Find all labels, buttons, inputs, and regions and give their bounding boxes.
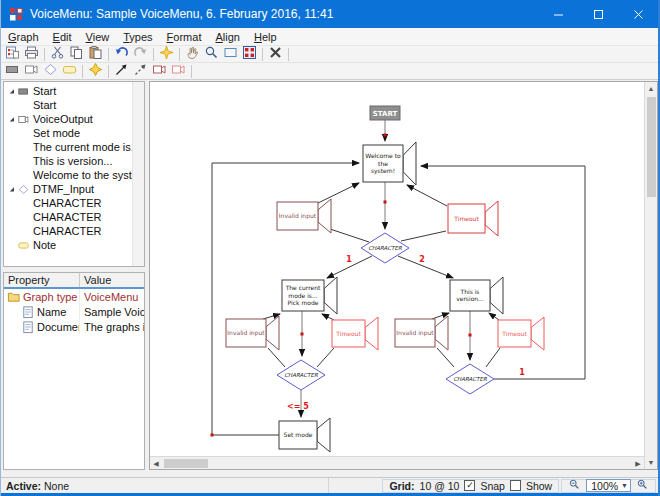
diagram-edge[interactable] bbox=[401, 231, 446, 241]
diagram-edge[interactable] bbox=[437, 348, 454, 367]
tree-item-character[interactable]: CHARACTER bbox=[4, 210, 144, 224]
cut-button[interactable] bbox=[48, 46, 67, 62]
diagram-edge[interactable] bbox=[317, 348, 334, 367]
voiceoutput-red-light-button[interactable] bbox=[169, 63, 188, 79]
star-node-button[interactable] bbox=[86, 63, 105, 79]
scroll-left-arrow[interactable]: ◀ bbox=[150, 457, 162, 470]
menu-format[interactable]: Format bbox=[160, 30, 209, 44]
property-row[interactable]: DocumentatioThe graphs i bbox=[4, 319, 144, 334]
chevron-down-icon: ▼ bbox=[621, 482, 628, 489]
menu-edit[interactable]: Edit bbox=[46, 30, 79, 44]
tree-scrollbar[interactable] bbox=[132, 82, 144, 266]
new-graph-button[interactable] bbox=[3, 46, 22, 62]
property-row[interactable]: Graph typeVoiceMenu bbox=[4, 289, 144, 304]
zoom-magnifier-button[interactable] bbox=[202, 46, 221, 62]
print-button[interactable] bbox=[22, 46, 41, 62]
node-timeout-top[interactable]: Timeout bbox=[448, 201, 498, 236]
tree-item-the-current-mode-is-p[interactable]: The current mode is...P bbox=[4, 140, 144, 154]
tree-item-welcome-to-the-system[interactable]: Welcome to the system! bbox=[4, 168, 144, 182]
edge-label: 2 bbox=[419, 255, 425, 264]
node-character-3[interactable]: CHARACTER bbox=[446, 364, 494, 394]
menu-graph[interactable]: Graph bbox=[1, 30, 46, 44]
edge-bend-point[interactable] bbox=[211, 434, 214, 437]
redo-button[interactable] bbox=[131, 46, 150, 62]
property-row[interactable]: NameSample Voic bbox=[4, 304, 144, 319]
tree-item-start[interactable]: Start bbox=[4, 84, 144, 98]
start-node-button[interactable] bbox=[3, 63, 22, 79]
menu-types[interactable]: Types bbox=[116, 30, 159, 44]
edge-bend-point[interactable] bbox=[384, 134, 387, 137]
node-invalid-right[interactable]: Invalid input bbox=[395, 316, 448, 350]
tree-item-start[interactable]: Start bbox=[4, 98, 144, 112]
diagram-edge[interactable] bbox=[268, 348, 285, 367]
vertical-scroll-thumb[interactable] bbox=[647, 97, 656, 197]
node-character-2[interactable]: CHARACTER bbox=[277, 360, 325, 390]
diagram-edge[interactable] bbox=[330, 229, 369, 242]
node-label: CHARACTER bbox=[453, 376, 487, 382]
tree-item-dtmf-input[interactable]: DTMF_Input bbox=[4, 182, 144, 196]
tree-item-note[interactable]: Note bbox=[4, 238, 144, 252]
note-node-button[interactable] bbox=[60, 63, 79, 79]
menu-help[interactable]: Help bbox=[247, 30, 284, 44]
snap-checkbox[interactable]: ✓ bbox=[464, 480, 475, 491]
voiceoutput-node-button[interactable] bbox=[22, 63, 41, 79]
edge-bend-point[interactable] bbox=[469, 334, 472, 337]
diagram-edge[interactable] bbox=[486, 348, 500, 367]
edge-bend-point[interactable] bbox=[301, 333, 304, 336]
paste-button[interactable] bbox=[86, 46, 105, 62]
edge-dashed-button[interactable] bbox=[131, 63, 150, 79]
delete-x-button[interactable] bbox=[266, 46, 285, 62]
scroll-up-arrow[interactable]: ▲ bbox=[645, 82, 657, 95]
node-pick-mode[interactable]: The currentmode is...Pick mode bbox=[282, 277, 337, 314]
node-this-is-version[interactable]: This isversion... bbox=[450, 277, 503, 314]
zoom-level-select[interactable]: 100% ▼ bbox=[586, 479, 631, 492]
tree-item-this-is-version[interactable]: This is version... bbox=[4, 154, 144, 168]
tree-item-set-mode[interactable]: Set mode bbox=[4, 126, 144, 140]
diagram-edge[interactable] bbox=[322, 314, 334, 320]
tree-item-voiceoutput[interactable]: VoiceOutput bbox=[4, 112, 144, 126]
node-timeout-left[interactable]: Timeout bbox=[332, 317, 378, 350]
node-invalid-left[interactable]: Invalid input bbox=[226, 316, 279, 350]
maximize-button[interactable] bbox=[578, 0, 618, 28]
value-column-header[interactable]: Value bbox=[80, 274, 144, 286]
copy-button[interactable] bbox=[67, 46, 86, 62]
diagram-edge[interactable] bbox=[318, 183, 359, 203]
property-name: Documentatio bbox=[37, 321, 80, 333]
node-set-mode[interactable]: Set mode bbox=[279, 418, 330, 452]
horizontal-scrollbar[interactable]: ◀ ▶ bbox=[150, 456, 644, 469]
edge-bend-point[interactable] bbox=[384, 201, 387, 204]
node-welcome[interactable]: Welcome tothesystem! bbox=[363, 142, 416, 185]
start-node-icon bbox=[17, 85, 33, 98]
node-character-1[interactable]: CHARACTER bbox=[361, 233, 409, 263]
diagram-edge[interactable] bbox=[398, 256, 453, 278]
zoom-rect-button[interactable] bbox=[221, 46, 240, 62]
pan-hand-button[interactable] bbox=[183, 46, 202, 62]
minimize-button[interactable] bbox=[538, 0, 578, 28]
menu-align[interactable]: Align bbox=[208, 30, 246, 44]
show-checkbox[interactable] bbox=[510, 480, 521, 491]
zoom-out-icon[interactable] bbox=[568, 478, 581, 493]
diagram-edge[interactable] bbox=[489, 313, 499, 320]
node-start[interactable]: START bbox=[370, 106, 400, 120]
tree-item-character[interactable]: CHARACTER bbox=[4, 224, 144, 238]
dtmf-node-button[interactable] bbox=[41, 63, 60, 79]
close-button[interactable] bbox=[618, 0, 658, 28]
property-column-header[interactable]: Property bbox=[4, 273, 80, 287]
fit-grid-button[interactable] bbox=[240, 46, 259, 62]
diagram-edge[interactable] bbox=[407, 185, 447, 206]
property-name: Graph type bbox=[23, 291, 77, 303]
add-star-button[interactable] bbox=[157, 46, 176, 62]
node-timeout-right[interactable]: Timeout bbox=[498, 317, 544, 350]
scroll-down-arrow[interactable]: ▼ bbox=[645, 456, 657, 469]
voiceoutput-red-button[interactable] bbox=[150, 63, 169, 79]
edge-solid-button[interactable] bbox=[112, 63, 131, 79]
horizontal-scroll-thumb[interactable] bbox=[164, 459, 208, 468]
tree-item-character[interactable]: CHARACTER bbox=[4, 196, 144, 210]
zoom-in-icon[interactable] bbox=[636, 478, 649, 493]
node-invalid-top[interactable]: Invalid input bbox=[277, 199, 331, 233]
menu-view[interactable]: View bbox=[79, 30, 117, 44]
scroll-right-arrow[interactable]: ▶ bbox=[632, 457, 644, 470]
undo-button[interactable] bbox=[112, 46, 131, 62]
diagram-canvas-area[interactable]: STARTWelcome tothesystem!Invalid inputTi… bbox=[150, 82, 644, 456]
vertical-scrollbar[interactable]: ▲ ▼ bbox=[644, 82, 657, 469]
